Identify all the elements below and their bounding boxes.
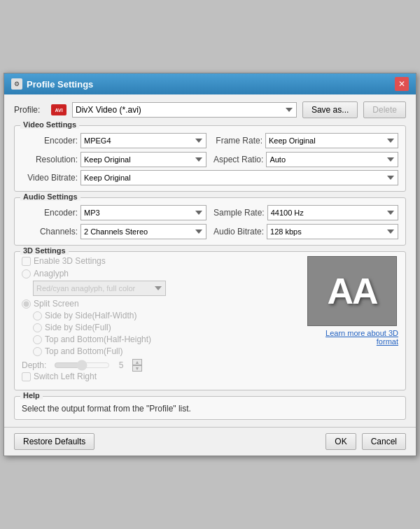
top-bottom-half-row: Top and Bottom(Half-Height) [33,334,300,344]
video-bitrate-select[interactable]: Keep Original [80,170,398,185]
profile-settings-dialog: ⚙ Profile Settings ✕ Profile: AVI DivX V… [4,73,416,456]
3d-preview-panel: AA Learn more about 3D format [307,256,398,384]
split-screen-radio[interactable] [22,299,31,309]
side-by-side-full-label: Side by Side(Full) [45,323,111,332]
audio-settings-grid: Encoder: MP3 Sample Rate: 44100 Hz Chann… [22,205,398,239]
sample-rate-label: Sample Rate: [214,208,265,218]
audio-encoder-row: Encoder: MP3 [22,205,206,220]
aspect-ratio-label: Aspect Ratio: [214,155,263,164]
switch-lr-row: Switch Left Right [22,372,300,381]
enable-3d-checkbox[interactable] [22,257,31,266]
footer-right-buttons: OK Cancel [326,433,406,450]
dialog-body: Profile: AVI DivX Video (*.avi) Save as.… [4,94,416,427]
resolution-row: Resolution: Keep Original [22,152,206,167]
resolution-select[interactable]: Keep Original [80,152,206,167]
close-button[interactable]: ✕ [395,77,409,91]
depth-spinner: ▲ ▼ [132,359,142,372]
aa-preview-text: AA [327,270,377,312]
top-bottom-half-radio[interactable] [33,335,42,344]
app-icon: ⚙ [11,78,22,90]
frame-rate-select[interactable]: Keep Original [265,133,398,148]
video-bitrate-label: Video Bitrate: [22,173,78,183]
3d-controls: Enable 3D Settings Anaglyph Red/cyan ana… [22,256,300,384]
anaglyph-label: Anaglyph [34,269,69,278]
dialog-footer: Restore Defaults OK Cancel [4,427,416,456]
audio-bitrate-label: Audio Bitrate: [214,227,264,237]
side-by-side-half-row: Side by Side(Half-Width) [33,311,300,320]
audio-bitrate-select[interactable]: 128 kbps [267,224,398,239]
aspect-ratio-row: Aspect Ratio: Auto [214,152,398,167]
split-screen-label: Split Screen [34,299,79,309]
save-as-button[interactable]: Save as... [302,101,358,118]
encoder-label: Encoder: [22,136,78,146]
audio-encoder-label: Encoder: [22,208,78,218]
help-title: Help [20,391,43,400]
depth-row: Depth: 5 ▲ ▼ [22,359,300,372]
sample-rate-row: Sample Rate: 44100 Hz [214,205,398,220]
video-settings-grid: Encoder: MPEG4 Frame Rate: Keep Original… [22,133,398,167]
enable-3d-row: Enable 3D Settings [22,256,300,266]
audio-encoder-select[interactable]: MP3 [80,205,206,220]
profile-format-icon: AVI [51,104,66,115]
frame-rate-label: Frame Rate: [214,136,262,146]
3d-settings-title: 3D Settings [20,246,69,255]
sample-rate-select[interactable]: 44100 Hz [267,205,398,220]
video-settings-section: Video Settings Encoder: MPEG4 Frame Rate… [14,125,406,192]
depth-label: Depth: [22,360,50,370]
title-bar: ⚙ Profile Settings ✕ [4,73,416,94]
audio-settings-section: Audio Settings Encoder: MP3 Sample Rate:… [14,197,406,246]
restore-defaults-button[interactable]: Restore Defaults [14,433,94,450]
channels-row: Channels: 2 Channels Stereo [22,224,206,239]
anaglyph-option-row: Red/cyan anaglyph, full color [33,281,300,296]
profile-row: Profile: AVI DivX Video (*.avi) Save as.… [14,101,406,118]
side-by-side-full-row: Side by Side(Full) [33,323,300,332]
anaglyph-row: Anaglyph [22,269,300,278]
channels-select[interactable]: 2 Channels Stereo [80,224,206,239]
split-screen-row: Split Screen [22,299,300,309]
anaglyph-radio[interactable] [22,269,31,278]
ok-button[interactable]: OK [326,433,356,450]
switch-left-right-label: Switch Left Right [34,372,97,381]
depth-up-button: ▲ [132,359,142,365]
delete-button[interactable]: Delete [363,101,406,118]
video-bitrate-row: Video Bitrate: Keep Original [22,170,398,185]
resolution-label: Resolution: [22,155,78,164]
encoder-select[interactable]: MPEG4 [80,133,206,148]
top-bottom-full-label: Top and Bottom(Full) [45,346,122,356]
enable-3d-label: Enable 3D Settings [34,256,106,266]
side-by-side-half-radio[interactable] [33,311,42,320]
video-settings-title: Video Settings [20,120,79,129]
3d-preview-image: AA [307,256,397,326]
side-by-side-full-radio[interactable] [33,323,42,332]
learn-more-link[interactable]: Learn more about 3D format [307,329,398,346]
help-text: Select the output format from the "Profi… [22,404,398,414]
anaglyph-type-select: Red/cyan anaglyph, full color [33,281,166,296]
split-screen-options: Side by Side(Half-Width) Side by Side(Fu… [33,311,300,356]
dialog-title: Profile Settings [27,79,93,90]
depth-value: 5 [114,360,128,370]
help-section: Help Select the output format from the "… [14,396,406,420]
encoder-row: Encoder: MPEG4 [22,133,206,148]
3d-settings-section: 3D Settings Enable 3D Settings Anaglyph [14,251,406,390]
title-bar-left: ⚙ Profile Settings [11,78,93,90]
top-bottom-full-row: Top and Bottom(Full) [33,346,300,356]
depth-slider [54,360,110,370]
aspect-ratio-select[interactable]: Auto [266,152,398,167]
depth-down-button: ▼ [132,365,142,372]
channels-label: Channels: [22,227,78,237]
audio-bitrate-row: Audio Bitrate: 128 kbps [214,224,398,239]
switch-left-right-checkbox [22,372,31,381]
top-bottom-full-radio[interactable] [33,347,42,356]
top-bottom-half-label: Top and Bottom(Half-Height) [45,334,151,344]
profile-select[interactable]: DivX Video (*.avi) [72,102,297,118]
profile-label: Profile: [14,105,46,115]
audio-settings-title: Audio Settings [20,192,80,201]
side-by-side-half-label: Side by Side(Half-Width) [45,311,136,320]
3d-main-content: Enable 3D Settings Anaglyph Red/cyan ana… [22,256,398,384]
cancel-button[interactable]: Cancel [362,433,406,450]
frame-rate-row: Frame Rate: Keep Original [214,133,398,148]
